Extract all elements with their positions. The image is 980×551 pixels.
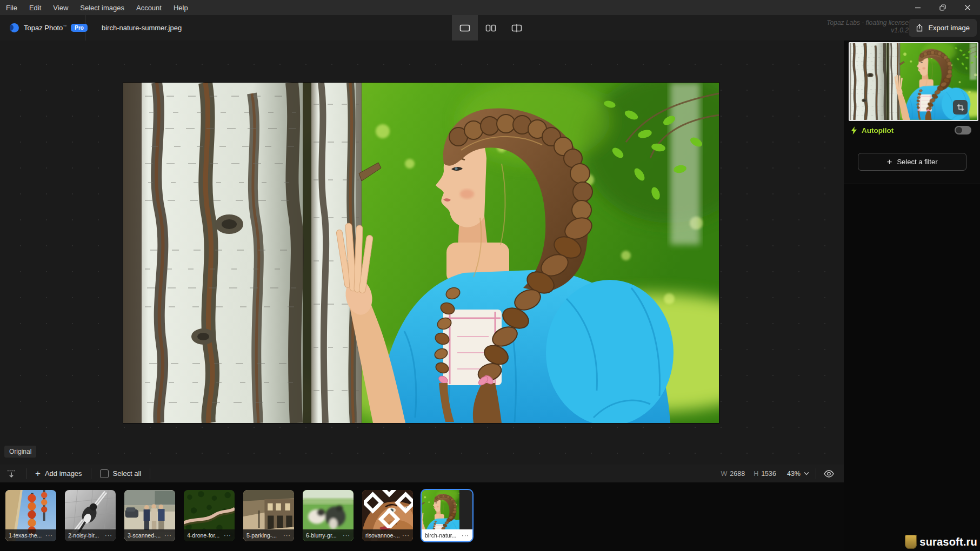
- export-image-button[interactable]: Export image: [909, 19, 977, 37]
- app-name: Topaz Photo™: [24, 24, 66, 32]
- thumb-menu-button[interactable]: ···: [105, 532, 112, 539]
- autopilot-toggle[interactable]: [955, 126, 971, 135]
- thumbnail-parking[interactable]: 5-parking-... ···: [243, 490, 294, 541]
- close-button[interactable]: [955, 0, 980, 15]
- thumbnail-risovannoe[interactable]: risovannoe-... ···: [362, 490, 413, 541]
- license-line: Topaz Labs - floating license: [826, 19, 909, 26]
- plus-icon: +: [886, 157, 892, 166]
- watermark-text: surasoft.ru: [919, 536, 977, 548]
- export-icon: [916, 24, 923, 32]
- collapse-filmstrip-button[interactable]: [0, 465, 22, 482]
- birch-photo: [123, 83, 719, 423]
- thumb-label-bar: 2-noisy-bir... ···: [65, 529, 116, 541]
- app-logo-section: Topaz Photo™ Pro: [0, 15, 86, 41]
- lightning-bolt-icon: [851, 126, 857, 135]
- select-filter-label: Select a filter: [897, 158, 937, 166]
- filmstrip-row: 1-texas-the... ··· 2-noisy-bir...: [5, 490, 472, 541]
- height-label: H: [754, 470, 758, 478]
- thumb-menu-button[interactable]: ···: [462, 532, 469, 539]
- trademark: ™: [63, 24, 66, 28]
- width-value: 2688: [730, 470, 745, 478]
- view-split-button[interactable]: [478, 15, 504, 41]
- view-sidebyside-button[interactable]: [504, 15, 530, 41]
- toolbar-divider: [26, 468, 26, 479]
- toggle-knob: [956, 127, 962, 133]
- thumbnail-blurry-dogs[interactable]: 6-blurry-gr... ···: [303, 490, 354, 541]
- thumb-filename: 3-scanned-...: [128, 532, 162, 539]
- thumb-filename: 2-noisy-bir...: [68, 532, 103, 539]
- zoom-value: 43%: [787, 470, 801, 478]
- menu-select-images[interactable]: Select images: [74, 0, 130, 15]
- bottom-toolbar: + Add images Select all W 2688 H 1536 43…: [0, 465, 844, 482]
- thumbnail-texas[interactable]: 1-texas-the... ···: [5, 490, 56, 541]
- title-bar: Topaz Photo™ Pro birch-nature-summer.jpe…: [0, 15, 980, 41]
- thumb-filename: birch-natur...: [425, 532, 459, 539]
- thumbnail-scanned[interactable]: 3-scanned-... ···: [124, 490, 175, 541]
- toolbar-right-group: W 2688 H 1536 43%: [721, 468, 844, 479]
- thumb-filename: 1-texas-the...: [9, 532, 43, 539]
- app-name-text: Topaz Photo: [24, 24, 63, 32]
- version-line: v1.0.2: [826, 26, 909, 34]
- add-images-button[interactable]: + Add images: [31, 465, 86, 482]
- zoom-dropdown[interactable]: 43%: [785, 470, 811, 478]
- plus-icon: +: [35, 469, 41, 478]
- thumb-label-bar: 3-scanned-... ···: [124, 529, 175, 541]
- thumb-filename: risovannoe-...: [365, 532, 400, 539]
- thumb-label-bar: 1-texas-the... ···: [5, 529, 56, 541]
- panel-lower-area: [844, 184, 980, 551]
- original-label-chip: Original: [4, 446, 36, 458]
- thumb-menu-button[interactable]: ···: [283, 532, 291, 539]
- close-icon: [964, 4, 971, 11]
- toolbar-divider: [150, 468, 150, 479]
- thumb-menu-button[interactable]: ···: [343, 532, 350, 539]
- filmstrip: 1-texas-the... ··· 2-noisy-bir...: [0, 482, 844, 551]
- preview-original-button[interactable]: [821, 470, 837, 478]
- thumb-label-bar: birch-natur... ···: [422, 529, 472, 541]
- view-single-button[interactable]: [452, 15, 478, 41]
- toolbar-divider: [816, 468, 816, 479]
- thumbnail-noisy-bird[interactable]: 2-noisy-bir... ···: [65, 490, 116, 541]
- thumb-menu-button[interactable]: ···: [164, 532, 172, 539]
- add-images-label: Add images: [45, 469, 82, 478]
- window-controls: [905, 0, 980, 15]
- select-all-control[interactable]: Select all: [96, 465, 146, 482]
- width-label: W: [721, 470, 728, 478]
- thumb-filename: 4-drone-for...: [187, 532, 222, 539]
- thumbnail-drone-forest[interactable]: 4-drone-for... ···: [184, 490, 235, 541]
- right-panel: Autopilot + Select a filter surasoft.ru: [844, 41, 980, 551]
- watermark: surasoft.ru: [905, 535, 977, 549]
- thumb-label-bar: 6-blurry-gr... ···: [303, 529, 354, 541]
- thumbnail-birch-selected[interactable]: birch-natur... ···: [422, 490, 472, 541]
- main-image[interactable]: [123, 83, 719, 423]
- autopilot-label: Autopilot: [862, 126, 894, 135]
- menu-help[interactable]: Help: [168, 0, 194, 15]
- restore-button[interactable]: [930, 0, 955, 15]
- watermark-emblem-icon: [905, 535, 917, 549]
- select-filter-button[interactable]: + Select a filter: [858, 153, 966, 171]
- export-label: Export image: [928, 24, 970, 32]
- thumb-menu-button[interactable]: ···: [45, 532, 53, 539]
- pro-badge: Pro: [71, 24, 88, 32]
- menu-view[interactable]: View: [47, 0, 74, 15]
- crop-icon: [957, 104, 964, 111]
- canvas-area[interactable]: Original: [0, 41, 844, 465]
- drag-cursor-icon: [364, 490, 413, 528]
- minimize-button[interactable]: [905, 0, 930, 15]
- topaz-logo-icon: [10, 23, 19, 32]
- menu-edit[interactable]: Edit: [23, 0, 47, 15]
- menu-file[interactable]: File: [0, 0, 23, 15]
- crop-button[interactable]: [953, 100, 968, 115]
- restore-icon: [939, 4, 946, 11]
- view-mode-switcher: [452, 15, 530, 41]
- height-value: 1536: [761, 470, 776, 478]
- thumb-label-bar: 4-drone-for... ···: [184, 529, 235, 541]
- minimize-icon: [915, 4, 921, 11]
- collapse-arrow-icon: [6, 469, 16, 479]
- thumb-menu-button[interactable]: ···: [402, 532, 410, 539]
- select-all-label: Select all: [113, 469, 142, 478]
- menu-account[interactable]: Account: [130, 0, 168, 15]
- thumb-menu-button[interactable]: ···: [224, 532, 231, 539]
- select-all-checkbox[interactable]: [100, 469, 109, 478]
- menu-bar: File Edit View Select images Account Hel…: [0, 0, 980, 15]
- single-view-icon: [459, 24, 470, 32]
